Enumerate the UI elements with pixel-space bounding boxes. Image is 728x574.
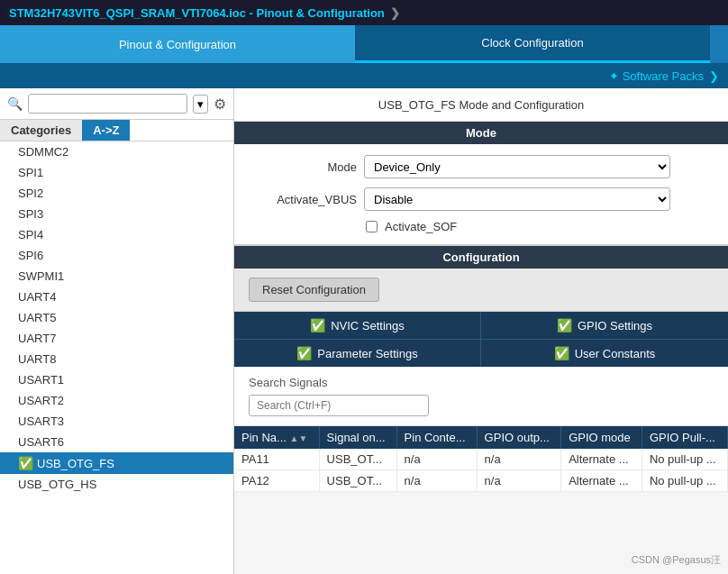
sidebar-item-spi6[interactable]: SPI6	[0, 245, 233, 266]
search-signals-input[interactable]	[249, 395, 429, 416]
reset-btn-row: Reset Configuration	[234, 269, 728, 312]
userconst-check-icon: ✅	[554, 346, 569, 360]
sidebar: 🔍 ▾ ⚙ Categories A->Z SDMMC2 SPI1 SPI2 S…	[0, 88, 234, 574]
table-header: Pin Na... ▲▼ Signal on... Pin Conte... G…	[234, 426, 728, 449]
tab-atoz[interactable]: A->Z	[82, 120, 130, 141]
title-bar: STM32H743VIT6_QSPI_SRAM_VTI7064.ioc - Pi…	[0, 0, 728, 25]
config-section: Configuration Reset Configuration ✅ NVIC…	[234, 246, 728, 492]
tab-gpio-settings[interactable]: ✅ GPIO Settings	[481, 312, 728, 340]
sidebar-item-spi2[interactable]: SPI2	[0, 183, 233, 204]
table-section: Pin Na... ▲▼ Signal on... Pin Conte... G…	[234, 426, 728, 492]
param-check-icon: ✅	[296, 346, 312, 360]
mode-select[interactable]: Device_Only	[364, 155, 670, 178]
col-signal-on: Signal on...	[319, 426, 396, 449]
main-layout: 🔍 ▾ ⚙ Categories A->Z SDMMC2 SPI1 SPI2 S…	[0, 88, 728, 574]
title-arrow-icon: ❯	[390, 6, 400, 20]
cell-gpio-output: n/a	[477, 449, 561, 470]
mode-label: Mode	[249, 160, 357, 174]
mode-section-header: Mode	[234, 122, 728, 144]
watermark: CSDN @Pegasus汪	[632, 553, 721, 567]
sidebar-item-uart7[interactable]: UART7	[0, 328, 233, 349]
tab-clock[interactable]: Clock Configuration	[355, 25, 710, 63]
gpio-check-icon: ✅	[557, 318, 572, 333]
sidebar-item-usart3[interactable]: USART3	[0, 411, 233, 432]
signals-table: Pin Na... ▲▼ Signal on... Pin Conte... G…	[234, 426, 728, 492]
tab-categories[interactable]: Categories	[0, 120, 82, 141]
table-body: PA11 USB_OT... n/a n/a Alternate ... No …	[234, 449, 728, 492]
cell-gpio-mode: Alternate ...	[561, 470, 642, 492]
cell-pin-context: n/a	[396, 449, 477, 470]
activate-vbus-label: Activate_VBUS	[249, 193, 357, 206]
check-icon: ✅	[18, 456, 33, 470]
sidebar-item-uart4[interactable]: UART4	[0, 287, 233, 307]
top-tabs: Pinout & Configuration Clock Configurati…	[0, 25, 728, 63]
sidebar-item-spi1[interactable]: SPI1	[0, 162, 233, 183]
tab-user-constants[interactable]: ✅ User Constants	[481, 340, 728, 367]
tab-parameter-settings[interactable]: ✅ Parameter Settings	[234, 340, 481, 367]
config-tabs: ✅ NVIC Settings ✅ GPIO Settings ✅ Parame…	[234, 312, 728, 367]
activate-vbus-row: Activate_VBUS Disable	[249, 187, 714, 211]
cell-gpio-pull: No pull-up ...	[642, 449, 727, 470]
content-header: USB_OTG_FS Mode and Configuration	[234, 88, 728, 122]
cell-signal-on: USB_OT...	[319, 470, 396, 492]
sidebar-item-swpmi1[interactable]: SWPMI1	[0, 266, 233, 287]
search-dropdown-btn[interactable]: ▾	[193, 95, 208, 114]
cell-gpio-mode: Alternate ...	[561, 449, 642, 470]
sidebar-item-usb-otg-fs[interactable]: ✅ USB_OTG_FS	[0, 452, 233, 474]
sidebar-item-usb-otg-hs[interactable]: USB_OTG_HS	[0, 474, 233, 495]
cell-gpio-pull: No pull-up ...	[642, 470, 727, 492]
nvic-check-icon: ✅	[310, 318, 325, 333]
sidebar-list: SDMMC2 SPI1 SPI2 SPI3 SPI4 SPI6 SWPMI1 U…	[0, 141, 233, 574]
tab-pinout[interactable]: Pinout & Configuration	[0, 25, 355, 63]
config-section-header: Configuration	[234, 246, 728, 269]
cell-pin-name: PA11	[234, 449, 319, 470]
cell-gpio-output: n/a	[477, 470, 561, 492]
cell-signal-on: USB_OT...	[319, 449, 396, 470]
sidebar-category-tabs: Categories A->Z	[0, 120, 233, 141]
col-gpio-mode: GPIO mode	[561, 426, 642, 449]
activate-sof-label[interactable]: Activate_SOF	[385, 220, 457, 233]
search-signals-section: Search Signals	[234, 367, 728, 426]
col-gpio-pull: GPIO Pull-...	[642, 426, 727, 449]
content-area: USB_OTG_FS Mode and Configuration Mode M…	[234, 88, 728, 574]
sidebar-item-uart8[interactable]: UART8	[0, 349, 233, 369]
title-text: STM32H743VIT6_QSPI_SRAM_VTI7064.ioc - Pi…	[9, 6, 385, 20]
mode-row: Mode Device_Only	[249, 155, 714, 178]
search-icon: 🔍	[7, 96, 23, 111]
gear-icon[interactable]: ⚙	[214, 96, 226, 113]
sort-arrow-icon: ▲▼	[289, 433, 307, 443]
sidebar-item-usart6[interactable]: USART6	[0, 432, 233, 452]
sidebar-search-bar: 🔍 ▾ ⚙	[0, 88, 233, 120]
sidebar-item-sdmmc2[interactable]: SDMMC2	[0, 141, 233, 162]
search-input[interactable]	[28, 94, 187, 114]
tab-nvic-settings[interactable]: ✅ NVIC Settings	[234, 312, 481, 340]
col-pin-name[interactable]: Pin Na... ▲▼	[234, 426, 319, 449]
cell-pin-context: n/a	[396, 470, 477, 492]
sidebar-item-usart2[interactable]: USART2	[0, 390, 233, 411]
activate-sof-checkbox[interactable]	[366, 221, 378, 232]
col-pin-context: Pin Conte...	[396, 426, 477, 449]
sidebar-item-uart5[interactable]: UART5	[0, 307, 233, 328]
sidebar-item-spi3[interactable]: SPI3	[0, 204, 233, 224]
table-row[interactable]: PA12 USB_OT... n/a n/a Alternate ... No …	[234, 470, 728, 492]
sidebar-item-spi4[interactable]: SPI4	[0, 224, 233, 245]
activate-vbus-select[interactable]: Disable	[364, 187, 670, 211]
mode-section: Mode Device_Only Activate_VBUS Disable A…	[234, 144, 728, 246]
cell-pin-name: PA12	[234, 470, 319, 492]
search-signals-label: Search Signals	[249, 376, 714, 389]
software-packs-expand-icon: ❯	[709, 69, 719, 83]
software-packs-bar[interactable]: ✦ Software Packs ❯	[0, 63, 728, 88]
activate-sof-row: Activate_SOF	[249, 220, 714, 233]
reset-configuration-button[interactable]: Reset Configuration	[249, 278, 379, 302]
table-row[interactable]: PA11 USB_OT... n/a n/a Alternate ... No …	[234, 449, 728, 470]
sidebar-item-usart1[interactable]: USART1	[0, 369, 233, 390]
col-gpio-output: GPIO outp...	[477, 426, 561, 449]
